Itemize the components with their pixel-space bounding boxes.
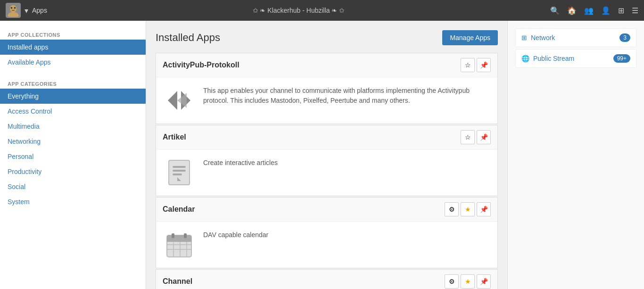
app-card-calendar: Calendar ⚙ ★ 📌: [156, 197, 498, 268]
app-icon-activitypub: [163, 84, 196, 117]
right-panel-network[interactable]: ⊞ Network 3: [515, 28, 636, 47]
gear-button[interactable]: ⚙: [445, 274, 459, 289]
svg-rect-7: [169, 160, 190, 185]
menu-icon[interactable]: ☰: [632, 6, 638, 15]
sidebar-item-personal[interactable]: Personal: [0, 149, 146, 164]
contacts-icon[interactable]: 👥: [584, 6, 594, 15]
app-title: Artikel: [163, 133, 186, 141]
app-card-body: Create interactive articles: [156, 149, 497, 196]
app-description: DAV capable calendar: [203, 228, 268, 240]
public-stream-badge: 99+: [613, 54, 630, 63]
pin-button[interactable]: 📌: [477, 202, 491, 216]
profile-icon[interactable]: 👤: [601, 6, 611, 15]
app-title: Calendar: [163, 205, 195, 214]
gear-button[interactable]: ⚙: [445, 202, 459, 216]
app-title: ActivityPub-Protokoll: [163, 61, 239, 69]
sidebar-divider: [0, 70, 146, 77]
star-button[interactable]: ☆: [461, 130, 475, 144]
home-icon[interactable]: 🏠: [567, 6, 577, 15]
sidebar: APP COLLECTIONS Installed apps Available…: [0, 21, 146, 289]
public-stream-label: Public Stream: [533, 55, 574, 62]
app-card-header: Channel ⚙ ★ 📌: [156, 270, 497, 289]
svg-point-2: [11, 7, 13, 9]
right-panel: ⊞ Network 3 🌐 Public Stream 99+: [507, 21, 644, 289]
search-icon[interactable]: 🔍: [550, 6, 560, 15]
app-card-header: ActivityPub-Protokoll ☆ 📌: [156, 53, 497, 77]
app-card-channel: Channel ⚙ ★ 📌: [156, 269, 498, 289]
app-card-body: DAV capable calendar: [156, 222, 497, 268]
star-button[interactable]: ★: [461, 202, 475, 216]
app-description: This app enables your channel to communi…: [203, 84, 491, 106]
network-label: Network: [531, 34, 555, 41]
svg-rect-8: [173, 166, 186, 168]
app-card-header: Artikel ☆ 📌: [156, 125, 497, 149]
right-panel-public-stream[interactable]: 🌐 Public Stream 99+: [515, 49, 636, 68]
sidebar-item-installed-apps[interactable]: Installed apps: [0, 40, 146, 55]
sidebar-item-networking[interactable]: Networking: [0, 134, 146, 149]
sidebar-item-access-control[interactable]: Access Control: [0, 104, 146, 119]
app-card-buttons: ☆ 📌: [461, 58, 491, 72]
svg-rect-20: [184, 233, 187, 238]
dropdown-icon[interactable]: ▾: [25, 6, 28, 15]
pin-button[interactable]: 📌: [477, 130, 491, 144]
svg-marker-4: [168, 91, 177, 110]
sidebar-item-everything[interactable]: Everything: [0, 89, 146, 104]
manage-apps-button[interactable]: Manage Apps: [442, 30, 498, 45]
app-card-artikel: Artikel ☆ 📌 Create interactive art: [156, 125, 498, 196]
app-description: Create interactive articles: [203, 156, 278, 168]
svg-point-0: [10, 5, 17, 13]
app-card-activitypub: ActivityPub-Protokoll ☆ 📌 This app enabl…: [156, 53, 498, 124]
main-header: Installed Apps Manage Apps: [156, 30, 498, 45]
star-button[interactable]: ★: [461, 274, 475, 289]
svg-point-3: [14, 7, 16, 9]
app-card-header: Calendar ⚙ ★ 📌: [156, 198, 497, 222]
right-panel-network-left: ⊞ Network: [521, 34, 555, 41]
site-title: ✩ ❧ Klackerhub - Hubzilla ❧ ✩: [253, 7, 345, 14]
app-icon-artikel: [163, 156, 196, 189]
grid-icon: ⊞: [521, 34, 527, 41]
apps-grid-icon[interactable]: ⊞: [618, 6, 624, 15]
layout: APP COLLECTIONS Installed apps Available…: [0, 21, 644, 289]
app-card-buttons: ☆ 📌: [461, 130, 491, 144]
app-card-buttons: ⚙ ★ 📌: [445, 274, 491, 289]
top-nav-left: ▾ Apps: [6, 3, 47, 18]
sidebar-item-available-apps[interactable]: Available Apps: [0, 55, 146, 70]
app-icon-calendar: [163, 228, 196, 261]
sidebar-item-social[interactable]: Social: [0, 179, 146, 194]
page-title: Installed Apps: [156, 32, 220, 44]
top-nav-right: 🔍 🏠 👥 👤 ⊞ ☰: [550, 6, 638, 15]
pin-button[interactable]: 📌: [477, 58, 491, 72]
network-badge: 3: [619, 33, 630, 42]
app-card-body: This app enables your channel to communi…: [156, 77, 497, 124]
svg-rect-13: [167, 239, 191, 242]
app-name: Apps: [32, 7, 47, 14]
top-nav: ▾ Apps ✩ ❧ Klackerhub - Hubzilla ❧ ✩ 🔍 🏠…: [0, 0, 644, 21]
globe-icon: 🌐: [521, 55, 529, 62]
star-button[interactable]: ☆: [461, 58, 475, 72]
main-content: Installed Apps Manage Apps ActivityPub-P…: [146, 21, 507, 289]
pin-button[interactable]: 📌: [477, 274, 491, 289]
categories-title: APP CATEGORIES: [0, 77, 146, 89]
collections-title: APP COLLECTIONS: [0, 28, 146, 40]
svg-rect-9: [173, 170, 186, 172]
avatar[interactable]: [6, 3, 21, 18]
sidebar-item-productivity[interactable]: Productivity: [0, 164, 146, 179]
svg-rect-19: [172, 233, 174, 238]
svg-rect-10: [173, 173, 182, 175]
svg-point-1: [8, 12, 19, 17]
app-card-buttons: ⚙ ★ 📌: [445, 202, 491, 216]
sidebar-item-multimedia[interactable]: Multimedia: [0, 119, 146, 134]
sidebar-item-system[interactable]: System: [0, 194, 146, 209]
app-title: Channel: [163, 277, 192, 286]
right-panel-public-stream-left: 🌐 Public Stream: [521, 55, 574, 62]
